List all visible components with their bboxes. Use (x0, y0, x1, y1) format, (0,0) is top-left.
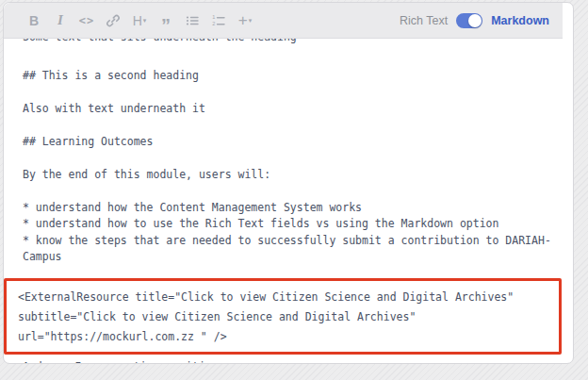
link-icon (106, 13, 121, 28)
insert-button[interactable]: + ▾ (232, 8, 258, 34)
markdown-label[interactable]: Markdown (491, 14, 549, 27)
formatting-toolbar: B I <> H ▾ ” (4, 3, 563, 39)
bullet-item: * understand how the Content Management … (23, 200, 573, 216)
bullet-list: * understand how the Content Management … (23, 200, 573, 265)
heading-icon: H (133, 13, 142, 28)
quote-icon: ” (161, 12, 171, 29)
mode-switch: Rich Text Markdown (400, 13, 549, 28)
link-button[interactable] (100, 8, 126, 34)
chevron-down-icon: ▾ (249, 17, 253, 25)
svg-text:1: 1 (212, 14, 215, 20)
rich-text-label: Rich Text (400, 14, 448, 27)
paragraph: Also with text underneath it (23, 101, 573, 117)
bold-icon: B (29, 13, 39, 28)
external-resource-line: <ExternalResource title="Click to view C… (18, 288, 553, 307)
code-icon: <> (79, 14, 94, 27)
markdown-heading: ## This is a second heading (23, 68, 573, 84)
plus-icon: + (238, 11, 248, 30)
bullet-item: * understand how to use the Rich Text fi… (23, 216, 573, 232)
bullet-list-icon (185, 13, 200, 28)
ordered-list-icon: 1 2 (211, 13, 226, 28)
paragraph: And now I can continue writing (23, 359, 573, 364)
bullet-list-button[interactable] (179, 8, 205, 34)
partially-scrolled-line: Some text that sits underneath the headi… (23, 39, 573, 45)
paragraph: By the end of this module, users will: (23, 167, 573, 183)
bullet-item: * know the steps that are needed to succ… (23, 233, 573, 266)
external-resource-line: subtitle="Click to view Citizen Science … (18, 307, 553, 327)
ordered-list-button[interactable]: 1 2 (205, 8, 232, 34)
blockquote-button[interactable]: ” (153, 8, 179, 34)
markdown-heading: ## Learning Outcomes (23, 134, 573, 150)
external-resource-highlight-box: <ExternalResource title="Click to view C… (4, 278, 562, 355)
bold-button[interactable]: B (21, 8, 47, 34)
mode-toggle[interactable] (456, 13, 482, 28)
heading-button[interactable]: H ▾ (126, 8, 153, 34)
external-resource-line: url="https://mockurl.com.zz " /> (18, 327, 553, 347)
svg-text:2: 2 (212, 21, 215, 26)
chevron-down-icon: ▾ (143, 17, 147, 25)
code-button[interactable]: <> (74, 8, 100, 34)
editor-panel: B I <> H ▾ ” (3, 2, 574, 364)
markdown-editor-area[interactable]: Some text that sits underneath the headi… (4, 39, 573, 364)
italic-button[interactable]: I (47, 8, 74, 34)
italic-icon: I (57, 12, 63, 28)
toggle-knob (468, 14, 482, 27)
